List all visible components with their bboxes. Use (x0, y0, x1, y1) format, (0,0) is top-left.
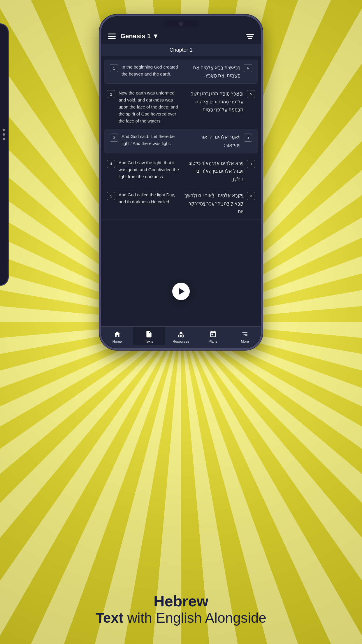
verse-hebrew-5: וַיִּקְרָא אֱלֹהִים | לָאוֹר יוֹם וְלַחֹ… (183, 191, 243, 215)
verse-number-3: 3 (110, 134, 118, 142)
chapter-header: Chapter 1 (101, 44, 261, 56)
book-title-label: Genesis 1 ▼ (120, 32, 159, 40)
table-row[interactable]: 2 Now the earth was unformed and void, a… (101, 85, 261, 129)
play-icon (179, 288, 184, 295)
plans-svg (209, 330, 217, 338)
promo-line2: Text with English Alongside (0, 610, 362, 626)
promo-line1: Hebrew (0, 593, 362, 610)
hebrew-letter-4: ד (247, 160, 255, 168)
verse-english-3: And God said: 'Let there be light.' And … (122, 133, 179, 149)
side-button-right (261, 75, 263, 98)
promo-line2-rest: with English Alongside (123, 610, 266, 626)
phone-screen: Genesis 1 ▼ Chapter 1 1 In the beginning… (101, 16, 261, 348)
hebrew-letter-2: ב (247, 90, 255, 98)
table-row[interactable]: 4 And God saw the light, that it was goo… (101, 155, 261, 188)
texts-icon (145, 330, 153, 338)
verse-number-5: 5 (107, 192, 115, 200)
more-svg (241, 330, 249, 338)
phone-frame: Genesis 1 ▼ Chapter 1 1 In the beginning… (99, 15, 263, 350)
verse-hebrew-3: וַיֹּאמֶר אֱלֹהִים יְהִי אוֹר וַיְהִי־או… (183, 133, 240, 149)
home-icon (113, 330, 121, 338)
header-left: Genesis 1 ▼ (108, 32, 159, 40)
verse-number-2: 2 (107, 90, 115, 98)
nav-item-texts[interactable]: Texts (133, 327, 165, 345)
play-button[interactable] (172, 283, 190, 300)
verse-number-1: 1 (110, 64, 118, 72)
nav-label-resources: Resources (173, 340, 189, 344)
secondary-phone (0, 23, 9, 286)
hebrew-letter-3: ג (244, 134, 252, 142)
verse-english-4: And God saw the light, that it was good;… (119, 159, 179, 183)
hebrew-letter-5: ה (247, 192, 255, 200)
more-icon (241, 330, 249, 338)
menu-icon[interactable] (108, 34, 116, 39)
bottom-nav: Home Texts (101, 326, 261, 348)
nav-label-more: More (241, 340, 249, 344)
verse-english-5: And God called the light Day, and th dar… (119, 191, 179, 215)
nav-item-plans[interactable]: Plans (197, 327, 229, 345)
chapter-title-label: Chapter 1 (169, 47, 192, 53)
verse-hebrew-2: וְהָאָרֶץ הָיְתָה תֹהוּ וָבֹהוּ וְחֹשֶׁך… (183, 90, 243, 125)
table-row[interactable]: 3 And God said: 'Let there be light.' An… (104, 129, 258, 153)
hebrew-letter-1: א (244, 64, 252, 72)
verse-english-2: Now the earth was unformed and void, and… (119, 90, 179, 125)
verse-hebrew-4: וַיַּרְא אֱלֹהִים אֶת־הָאוֹר כִּי־טוֹב ו… (183, 159, 243, 183)
nav-label-home: Home (113, 340, 122, 344)
verse-hebrew-1: בְּרֵאשִׁית בָּרָא אֱלֹהִים אֵת הַשָּׁמַ… (183, 64, 240, 79)
nav-item-more[interactable]: More (229, 327, 261, 345)
nav-item-resources[interactable]: Resources (165, 327, 197, 345)
verse-container: 1 In the beginning God created the heave… (101, 60, 261, 220)
resources-svg (177, 330, 185, 338)
secondary-phone-dots (3, 129, 5, 140)
promo-line2-bold: Text (96, 610, 123, 626)
verse-number-4: 4 (107, 160, 115, 168)
resources-icon (177, 330, 185, 338)
phone-frame-container: Genesis 1 ▼ Chapter 1 1 In the beginning… (99, 15, 263, 350)
table-row[interactable]: 5 And God called the light Day, and th d… (101, 187, 261, 220)
filter-icon[interactable] (246, 34, 254, 39)
plans-icon (209, 330, 217, 338)
header-title[interactable]: Genesis 1 ▼ (120, 32, 159, 40)
verse-english-1: In the beginning God created the heaven … (122, 64, 179, 79)
promo-text: Hebrew Text with English Alongside (0, 593, 362, 626)
phone-camera (179, 22, 183, 26)
nav-item-home[interactable]: Home (101, 327, 133, 345)
nav-label-plans: Plans (209, 340, 217, 344)
table-row[interactable]: 1 In the beginning God created the heave… (104, 60, 258, 84)
texts-svg (145, 330, 153, 338)
nav-label-texts: Texts (145, 340, 153, 344)
home-svg (113, 330, 121, 338)
scripture-scroll[interactable]: 1 In the beginning God created the heave… (101, 56, 261, 326)
